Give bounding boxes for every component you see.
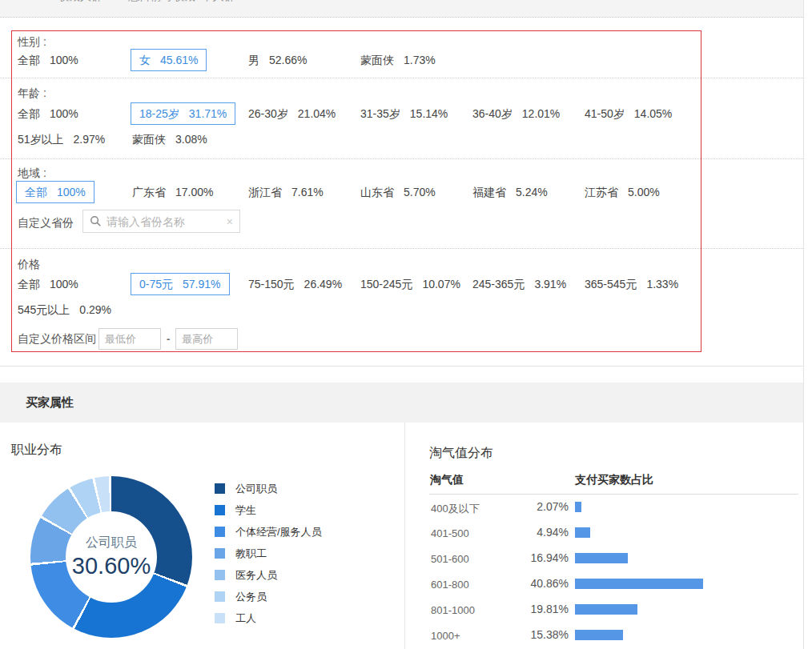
buyer-attributes-title: 买家属性	[26, 383, 803, 423]
custom-price-label: 自定义价格区间	[18, 332, 96, 347]
filter-option-gender-2[interactable]: 男52.66%	[248, 49, 307, 71]
taoqi-row: 1000+15.38%	[431, 622, 801, 647]
taoqi-row: 801-100019.81%	[431, 596, 801, 622]
option-label: 0-75元	[139, 278, 173, 290]
max-price-input[interactable]	[175, 328, 238, 350]
taoqi-range-label: 801-1000	[431, 604, 475, 616]
min-price-input[interactable]	[98, 328, 161, 350]
filter-option-age-7[interactable]: 蒙面侠3.08%	[132, 128, 207, 150]
filter-card-bottom-border	[0, 366, 803, 367]
filter-option-region-5[interactable]: 江苏省5.00%	[585, 181, 660, 203]
custom-price-range: -	[98, 328, 238, 350]
collection-notice-text: 您目前可收藏3个人群：	[128, 0, 247, 4]
taoqi-bar	[575, 630, 623, 640]
taoqi-range-label: 1000+	[431, 630, 460, 642]
taoqi-bar	[575, 527, 590, 538]
filter-option-age-3[interactable]: 31-35岁15.14%	[360, 102, 448, 125]
option-value: 100%	[50, 54, 78, 66]
option-label: 福建省	[472, 186, 506, 198]
option-value: 5.70%	[404, 186, 436, 198]
occupation-legend: 公司职员学生个体经营/服务人员教职工医务人员公务员工人	[215, 478, 322, 629]
filter-option-price-3[interactable]: 150-245元10.07%	[360, 273, 460, 295]
option-label: 江苏省	[585, 186, 618, 198]
filter-option-price-0[interactable]: 全部100%	[18, 273, 78, 295]
option-label: 75-150元	[248, 278, 295, 290]
option-value: 14.05%	[634, 107, 672, 120]
clear-search-icon[interactable]: ×	[227, 215, 233, 228]
option-value: 21.04%	[298, 107, 336, 120]
province-search-box[interactable]: ×	[82, 210, 240, 233]
province-search-input[interactable]	[107, 215, 222, 228]
gender-filter-label: 性别 :	[18, 35, 46, 50]
audience-analysis-page: 收藏人群： 您目前可收藏3个人群： 性别 : 年龄 : 地域 : 价格 自定义省…	[0, 0, 812, 649]
age-filter-label: 年龄 :	[18, 86, 46, 101]
filter-option-price-5[interactable]: 365-545元1.33%	[585, 273, 678, 295]
donut-center-label: 公司职员	[86, 535, 137, 551]
legend-label: 医务人员	[235, 568, 277, 583]
option-label: 150-245元	[360, 278, 412, 290]
separator-region-price	[0, 248, 803, 249]
option-value: 2.97%	[74, 133, 106, 146]
option-value: 3.08%	[175, 133, 207, 146]
filter-option-gender-0[interactable]: 全部100%	[18, 49, 78, 71]
option-label: 浙江省	[248, 186, 282, 198]
option-value: 7.61%	[291, 186, 324, 198]
option-value: 5.00%	[628, 186, 660, 198]
occupation-chart-title: 职业分布	[11, 442, 62, 459]
option-label: 18-25岁	[139, 107, 179, 120]
filter-option-age-5[interactable]: 41-50岁14.05%	[585, 102, 672, 125]
option-label: 全部	[18, 54, 40, 66]
taoqi-percent-value: 19.81%	[508, 603, 569, 615]
separator-gender-age	[0, 78, 803, 78]
legend-item: 工人	[215, 607, 322, 629]
legend-swatch-icon	[215, 505, 225, 515]
taoqi-range-label: 501-600	[431, 553, 469, 565]
filter-option-age-1[interactable]: 18-25岁31.71%	[131, 102, 235, 125]
filter-option-age-4[interactable]: 36-40岁12.01%	[472, 102, 560, 125]
filter-option-age-0[interactable]: 全部100%	[18, 102, 78, 125]
filter-option-price-6[interactable]: 545元以上0.29%	[18, 298, 111, 321]
taoqi-row: 501-60016.94%	[431, 545, 801, 571]
separator-age-region	[0, 158, 803, 159]
legend-label: 教职工	[235, 547, 267, 561]
filter-option-region-4[interactable]: 福建省5.24%	[472, 181, 548, 203]
option-label: 广东省	[132, 186, 166, 198]
filter-option-price-4[interactable]: 245-365元3.91%	[472, 273, 566, 295]
taoqi-range-label: 401-500	[431, 527, 469, 539]
taoqi-bar	[575, 579, 703, 589]
option-value: 45.61%	[160, 54, 198, 66]
option-label: 女	[139, 54, 151, 66]
filter-option-region-0[interactable]: 全部100%	[16, 181, 94, 203]
legend-label: 学生	[235, 503, 256, 518]
filter-option-age-6[interactable]: 51岁以上2.97%	[18, 128, 105, 150]
filter-option-gender-3[interactable]: 蒙面侠1.73%	[360, 49, 436, 71]
filter-option-region-3[interactable]: 山东省5.70%	[360, 181, 436, 203]
option-value: 3.91%	[534, 278, 566, 290]
option-value: 10.07%	[422, 278, 460, 290]
option-value: 1.73%	[404, 54, 436, 66]
donut-center: 公司职员 30.60%	[66, 511, 157, 603]
filter-option-price-1[interactable]: 0-75元57.91%	[131, 273, 230, 295]
price-filter-label: 价格	[18, 258, 40, 272]
option-label: 26-30岁	[248, 107, 288, 120]
legend-item: 个体经营/服务人员	[215, 521, 322, 543]
taoqi-range-label: 601-800	[431, 579, 469, 591]
collection-notice-prefix: 收藏人群：	[58, 0, 114, 4]
taoqi-percent-value: 2.07%	[508, 500, 569, 513]
filter-option-region-2[interactable]: 浙江省7.61%	[248, 181, 324, 203]
legend-swatch-icon	[215, 570, 225, 580]
legend-label: 个体经营/服务人员	[235, 525, 322, 539]
filter-option-price-2[interactable]: 75-150元26.49%	[248, 273, 342, 295]
option-value: 5.24%	[516, 186, 548, 198]
taoqi-chart-title: 淘气值分布	[429, 445, 493, 462]
filter-option-region-1[interactable]: 广东省17.00%	[132, 181, 213, 203]
option-value: 26.49%	[304, 278, 342, 290]
region-filter-label: 地域 :	[18, 166, 46, 181]
option-value: 17.00%	[175, 186, 213, 198]
taoqi-bar	[575, 502, 581, 512]
filter-option-age-2[interactable]: 26-30岁21.04%	[248, 102, 336, 125]
option-label: 365-545元	[585, 278, 637, 290]
taoqi-range-label: 400及以下	[431, 502, 480, 516]
filter-option-gender-1[interactable]: 女45.61%	[131, 49, 207, 71]
donut-center-value: 30.60%	[72, 553, 151, 579]
